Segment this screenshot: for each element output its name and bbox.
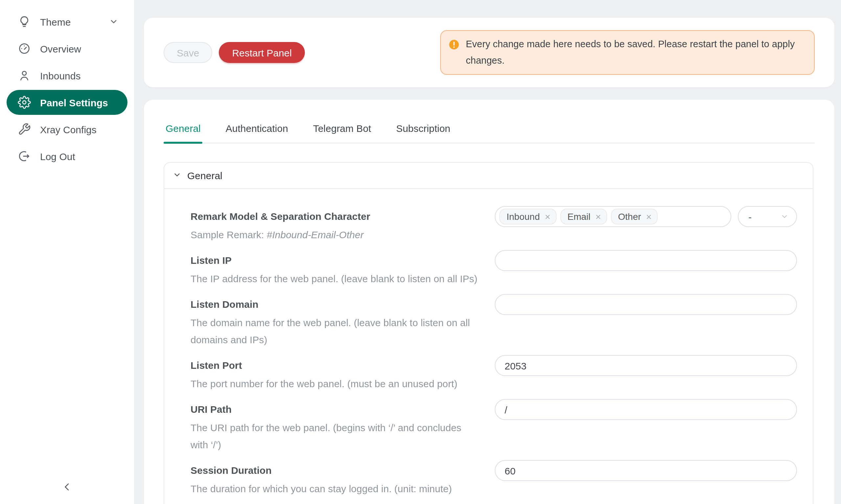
user-icon bbox=[18, 69, 31, 82]
gauge-icon bbox=[18, 42, 31, 55]
gear-icon bbox=[18, 96, 31, 109]
wrench-icon bbox=[18, 123, 31, 136]
tab-general[interactable]: General bbox=[164, 115, 203, 142]
field-label: Session Duration bbox=[191, 463, 482, 479]
restart-panel-button[interactable]: Restart Panel bbox=[219, 42, 305, 63]
settings-tabs: General Authentication Telegram Bot Subs… bbox=[164, 115, 815, 144]
field-label: URI Path bbox=[191, 402, 482, 417]
form-row-listen-ip: Listen IP The IP address for the web pan… bbox=[191, 253, 797, 287]
sidebar-item-inbounds[interactable]: Inbounds bbox=[6, 63, 127, 88]
separator-select[interactable]: - bbox=[738, 206, 797, 227]
sidebar-item-label: Inbounds bbox=[40, 70, 81, 81]
general-collapse-body: Remark Model & Separation Character Samp… bbox=[164, 189, 813, 504]
field-description: The duration for which you can stay logg… bbox=[191, 480, 482, 498]
save-button[interactable]: Save bbox=[164, 42, 212, 63]
sidebar-item-label: Xray Configs bbox=[40, 124, 97, 135]
sample-remark-value: #Inbound-Email-Other bbox=[267, 229, 364, 240]
field-label: Listen IP bbox=[191, 253, 482, 268]
form-row-listen-port: Listen Port The port number for the web … bbox=[191, 358, 797, 393]
form-row-session-duration: Session Duration The duration for which … bbox=[191, 463, 797, 498]
field-description: The port number for the web panel. (must… bbox=[191, 375, 482, 393]
field-description: The IP address for the web panel. (leave… bbox=[191, 270, 482, 287]
separator-select-value: - bbox=[748, 211, 752, 222]
chevron-down-icon bbox=[109, 17, 118, 26]
field-description: The domain name for the web panel. (leav… bbox=[191, 314, 482, 348]
listen-ip-input[interactable] bbox=[495, 250, 797, 271]
sidebar-item-overview[interactable]: Overview bbox=[6, 36, 127, 61]
sidebar-item-panel-settings[interactable]: Panel Settings bbox=[6, 90, 127, 115]
remove-tag-icon[interactable] bbox=[544, 214, 550, 219]
sidebar-item-label: Log Out bbox=[40, 150, 75, 162]
field-description: The URI path for the web panel. (begins … bbox=[191, 419, 482, 453]
tag-email: Email bbox=[560, 209, 607, 224]
sidebar-item-xray-configs[interactable]: Xray Configs bbox=[6, 117, 127, 142]
restart-warning-alert: Every change made here needs to be saved… bbox=[440, 30, 815, 75]
field-description: Sample Remark: #Inbound-Email-Other bbox=[191, 227, 482, 244]
listen-port-input[interactable] bbox=[495, 355, 797, 376]
panel-settings-card: General Authentication Telegram Bot Subs… bbox=[144, 100, 835, 504]
tab-subscription[interactable]: Subscription bbox=[394, 115, 452, 142]
tab-authentication[interactable]: Authentication bbox=[224, 115, 290, 142]
app-root: Theme Overview Inbounds bbox=[0, 0, 841, 504]
sidebar-item-log-out[interactable]: Log Out bbox=[6, 144, 127, 169]
chevron-down-icon bbox=[780, 211, 788, 222]
sidebar-item-label: Overview bbox=[40, 43, 81, 54]
form-row-uri-path: URI Path The URI path for the web panel.… bbox=[191, 402, 797, 453]
sidebar-item-theme[interactable]: Theme bbox=[6, 9, 127, 34]
form-row-listen-domain: Listen Domain The domain name for the we… bbox=[191, 296, 797, 348]
uri-path-input[interactable] bbox=[495, 399, 797, 420]
exclamation-circle-icon bbox=[449, 39, 459, 69]
alert-text: Every change made here needs to be saved… bbox=[466, 36, 805, 69]
section-title: General bbox=[187, 170, 222, 181]
tag-inbound: Inbound bbox=[499, 209, 556, 224]
chevron-left-icon bbox=[62, 482, 72, 495]
listen-domain-input[interactable] bbox=[495, 294, 797, 315]
remove-tag-icon[interactable] bbox=[595, 214, 601, 219]
remark-model-tags-input[interactable]: Inbound Email bbox=[495, 206, 731, 227]
sidebar-item-label: Panel Settings bbox=[40, 97, 108, 108]
logout-icon bbox=[18, 150, 31, 163]
general-collapse-panel: General Remark Model & Separation Charac… bbox=[164, 162, 813, 504]
remove-tag-icon[interactable] bbox=[646, 214, 651, 219]
form-row-remark-model: Remark Model & Separation Character Samp… bbox=[191, 209, 797, 244]
field-label: Listen Domain bbox=[191, 296, 482, 312]
session-duration-input[interactable] bbox=[495, 460, 797, 481]
general-collapse-header[interactable]: General bbox=[164, 163, 813, 189]
main-content: Save Restart Panel Every change made her… bbox=[134, 0, 841, 504]
field-label: Listen Port bbox=[191, 358, 482, 373]
lightbulb-icon bbox=[18, 15, 31, 28]
tab-telegram-bot[interactable]: Telegram Bot bbox=[311, 115, 373, 142]
actions-card: Save Restart Panel Every change made her… bbox=[144, 18, 835, 87]
chevron-down-icon bbox=[173, 170, 181, 181]
sidebar: Theme Overview Inbounds bbox=[0, 0, 134, 504]
field-label: Remark Model & Separation Character bbox=[191, 209, 482, 224]
sidebar-item-label: Theme bbox=[40, 16, 71, 27]
sidebar-collapse-button[interactable] bbox=[58, 479, 76, 498]
tag-other: Other bbox=[611, 209, 657, 224]
